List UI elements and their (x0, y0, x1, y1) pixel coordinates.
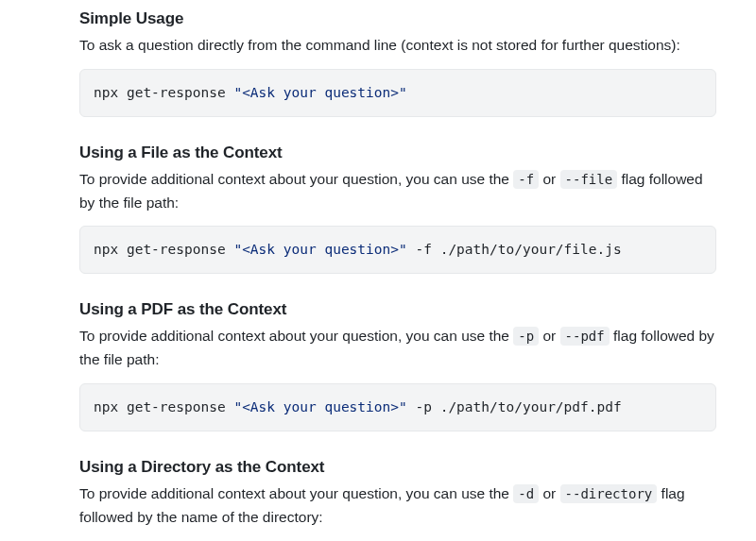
heading-directory-context: Using a Directory as the Context (79, 458, 716, 477)
flag-short: -p (513, 327, 539, 346)
desc-text: To provide additional context about your… (79, 485, 513, 501)
code-suffix: -f ./path/to/your/file.js (407, 242, 622, 257)
code-pdf-context[interactable]: npx get-response "<Ask your question>" -… (79, 383, 716, 431)
doc-page: Simple Usage To ask a question directly … (0, 9, 756, 530)
desc-text: To ask a question directly from the comm… (79, 37, 680, 53)
desc-text: To provide additional context about your… (79, 171, 513, 187)
flag-long: --file (560, 170, 618, 189)
flag-short: -f (513, 170, 539, 189)
code-question: "<Ask your question>" (233, 399, 406, 414)
code-prefix: npx get-response (94, 399, 233, 414)
code-prefix: npx get-response (94, 242, 233, 257)
section-file-context: Using a File as the Context To provide a… (79, 144, 716, 275)
desc-simple-usage: To ask a question directly from the comm… (79, 34, 716, 58)
flag-short: -d (513, 484, 539, 503)
section-directory-context: Using a Directory as the Context To prov… (79, 458, 716, 530)
flag-long: --pdf (560, 327, 610, 346)
desc-text: To provide additional context about your… (79, 328, 513, 344)
flag-long: --directory (560, 484, 658, 503)
desc-directory-context: To provide additional context about your… (79, 482, 716, 530)
desc-file-context: To provide additional context about your… (79, 168, 716, 215)
heading-file-context: Using a File as the Context (79, 144, 716, 162)
code-prefix: npx get-response (94, 85, 233, 100)
code-question: "<Ask your question>" (233, 242, 406, 257)
section-pdf-context: Using a PDF as the Context To provide ad… (79, 300, 716, 431)
code-suffix: -p ./path/to/your/pdf.pdf (407, 399, 622, 414)
heading-simple-usage: Simple Usage (79, 9, 716, 28)
code-file-context[interactable]: npx get-response "<Ask your question>" -… (79, 226, 716, 274)
section-simple-usage: Simple Usage To ask a question directly … (79, 9, 716, 117)
desc-pdf-context: To provide additional context about your… (79, 325, 716, 372)
desc-text: or (542, 328, 559, 344)
desc-text: or (542, 485, 559, 501)
heading-pdf-context: Using a PDF as the Context (79, 300, 716, 319)
code-simple-usage[interactable]: npx get-response "<Ask your question>" (79, 69, 716, 117)
code-question: "<Ask your question>" (233, 85, 406, 100)
desc-text: or (542, 171, 559, 187)
